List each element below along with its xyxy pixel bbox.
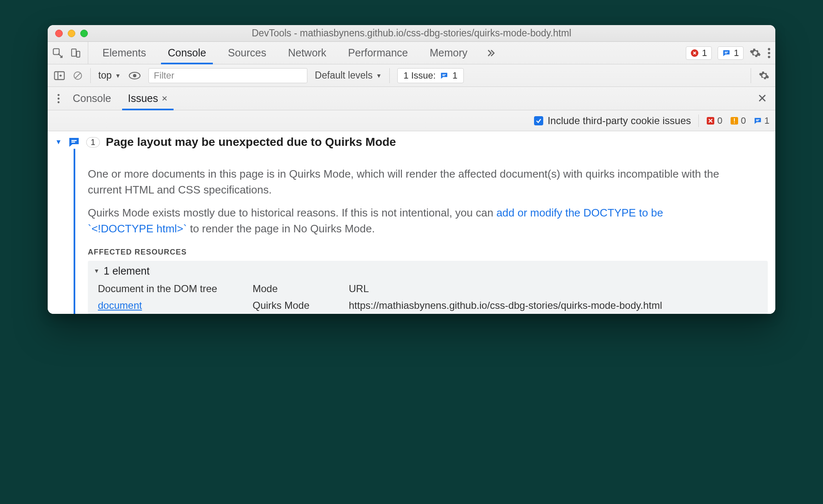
tab-performance[interactable]: Performance	[337, 42, 419, 64]
tab-memory[interactable]: Memory	[419, 42, 478, 64]
page-errors-count[interactable]: 0	[706, 115, 722, 126]
issue-header[interactable]: ▼ 1 Page layout may be unexpected due to…	[55, 135, 768, 149]
col-mode: Mode	[248, 280, 340, 297]
svg-rect-2	[77, 51, 80, 57]
drawer-menu-icon[interactable]	[53, 93, 64, 104]
svg-rect-1	[72, 49, 76, 56]
device-toolbar-icon[interactable]	[70, 47, 81, 59]
issues-badge[interactable]: 1	[718, 46, 744, 60]
drawer-close-icon[interactable]: ✕	[754, 92, 770, 105]
tab-network[interactable]: Network	[277, 42, 337, 64]
count-value: 0	[717, 115, 722, 126]
svg-rect-4	[725, 51, 728, 52]
drawer-tab-issues-label: Issues	[128, 92, 158, 104]
improvements-count[interactable]: 1	[754, 115, 769, 126]
levels-label: Default levels	[315, 70, 373, 81]
mode-cell: Quirks Mode	[248, 297, 340, 311]
svg-rect-21	[734, 122, 735, 123]
errors-badge[interactable]: 1	[686, 46, 712, 60]
clear-console-icon[interactable]	[73, 71, 83, 81]
svg-point-8	[768, 56, 770, 58]
svg-rect-24	[72, 140, 77, 141]
svg-point-17	[58, 101, 60, 103]
issues-count: 1	[734, 48, 739, 59]
context-selector[interactable]: top ▼	[98, 70, 121, 81]
svg-rect-13	[442, 74, 446, 75]
chevron-down-icon: ▼	[115, 72, 121, 79]
svg-point-15	[58, 94, 60, 96]
tab-elements[interactable]: Elements	[92, 42, 157, 64]
context-label: top	[98, 70, 112, 81]
issue-icon	[440, 71, 448, 80]
more-tabs-icon[interactable]	[484, 47, 496, 59]
chevron-down-icon: ▼	[94, 267, 100, 274]
close-tab-icon[interactable]: ✕	[161, 94, 168, 103]
log-levels-selector[interactable]: Default levels ▼	[315, 70, 382, 81]
third-party-cookie-checkbox[interactable]: Include third-party cookie issues	[534, 115, 691, 127]
chevron-down-icon: ▼	[55, 138, 62, 146]
devtools-window: DevTools - mathiasbynens.github.io/css-d…	[48, 25, 775, 314]
affected-resources-heading: AFFECTED RESOURCES	[88, 248, 768, 257]
titlebar: DevTools - mathiasbynens.github.io/css-d…	[48, 25, 775, 42]
issue-icon	[68, 136, 80, 148]
count-value: 0	[741, 115, 746, 126]
issue-icon	[722, 49, 731, 57]
svg-point-6	[768, 48, 770, 50]
console-sidebar-toggle-icon[interactable]	[54, 71, 65, 81]
errors-count: 1	[702, 48, 707, 59]
error-icon	[690, 49, 699, 57]
breaking-changes-count[interactable]: 0	[730, 115, 746, 126]
svg-point-16	[58, 97, 60, 99]
issues-panel: ▼ 1 Page layout may be unexpected due to…	[48, 131, 775, 314]
svg-rect-20	[734, 118, 735, 122]
document-link[interactable]: document	[94, 297, 244, 314]
svg-rect-25	[72, 142, 75, 143]
affected-elements-toggle[interactable]: ▼ 1 element	[94, 265, 762, 277]
issue-paragraph-1: One or more documents in this page is in…	[88, 166, 723, 198]
kebab-menu-icon[interactable]	[767, 47, 771, 59]
main-toolbar: Elements Console Sources Network Perform…	[48, 42, 775, 64]
affected-elements-label: 1 element	[104, 265, 150, 277]
inspect-element-icon[interactable]	[52, 47, 64, 59]
svg-rect-14	[442, 75, 445, 76]
issue-body: One or more documents in this page is in…	[74, 149, 768, 314]
window-title: DevTools - mathiasbynens.github.io/css-d…	[48, 28, 775, 39]
tab-console[interactable]: Console	[157, 42, 217, 64]
live-expression-icon[interactable]	[128, 71, 141, 80]
svg-rect-5	[725, 53, 727, 53]
affected-resources-box: ▼ 1 element Document in the DOM tree Mod…	[88, 261, 768, 314]
url-cell: https://mathiasbynens.github.io/css-dbg-…	[345, 297, 762, 311]
tab-sources[interactable]: Sources	[217, 42, 277, 64]
issues-pill[interactable]: 1 Issue: 1	[397, 68, 464, 83]
drawer-tab-console[interactable]: Console	[64, 87, 120, 110]
count-value: 1	[764, 115, 769, 126]
checkbox-checked-icon	[534, 116, 543, 125]
svg-rect-22	[756, 119, 759, 120]
settings-icon[interactable]	[749, 47, 761, 59]
drawer-tabs: Console Issues ✕ ✕	[48, 87, 775, 110]
col-url: URL	[345, 280, 762, 297]
issue-p2-text: Quirks Mode exists mostly due to histori…	[88, 206, 496, 219]
issue-title: Page layout may be unexpected due to Qui…	[106, 135, 396, 149]
console-toolbar: top ▼ Default levels ▼ 1 Issue: 1	[48, 64, 775, 87]
issue-count-badge: 1	[86, 137, 100, 148]
affected-table: Document in the DOM tree Mode URL docume…	[94, 280, 762, 314]
svg-rect-23	[756, 120, 759, 121]
svg-point-7	[768, 52, 770, 54]
filter-input[interactable]	[148, 68, 307, 83]
issue-p2-tail: to render the page in No Quirks Mode.	[187, 222, 375, 235]
panel-tabs: Elements Console Sources Network Perform…	[92, 42, 496, 64]
issue-pill-label: 1 Issue:	[404, 70, 436, 81]
col-document: Document in the DOM tree	[94, 280, 244, 297]
chevron-down-icon: ▼	[376, 72, 382, 79]
console-settings-icon[interactable]	[759, 70, 769, 81]
third-party-cookie-label: Include third-party cookie issues	[547, 115, 691, 127]
issue-paragraph-2: Quirks Mode exists mostly due to histori…	[88, 205, 723, 237]
issues-toolbar: Include third-party cookie issues 0 0 1	[48, 110, 775, 131]
svg-point-12	[133, 74, 136, 77]
drawer-tab-issues[interactable]: Issues ✕	[120, 87, 176, 110]
issue-pill-count: 1	[452, 70, 458, 81]
